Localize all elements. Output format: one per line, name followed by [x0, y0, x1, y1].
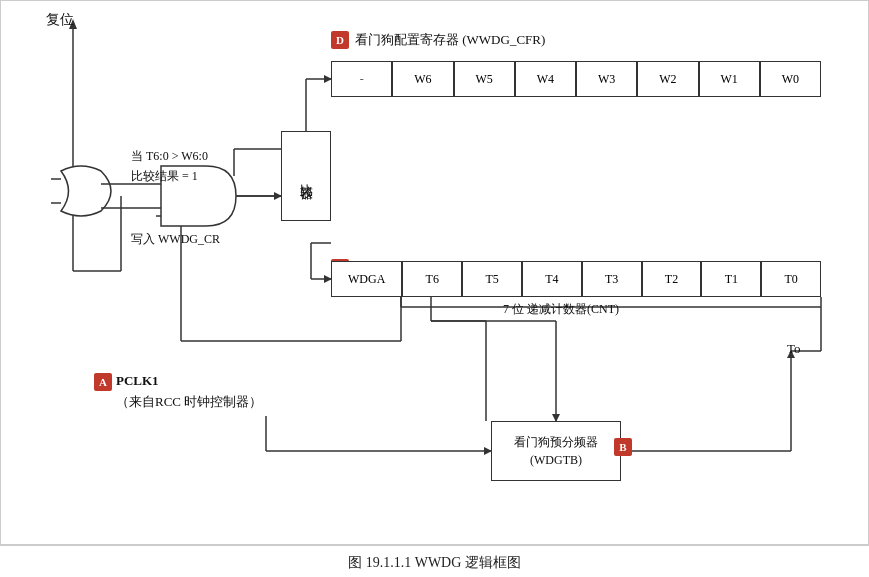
- cfr-cell-2: W5: [454, 61, 515, 97]
- cr-cell-3: T4: [522, 261, 582, 297]
- cr-cell-5: T2: [642, 261, 702, 297]
- cr-register: WDGAT6T5T4T3T2T1T0: [331, 261, 821, 297]
- cfr-cell-4: W3: [576, 61, 637, 97]
- cfr-cell-5: W2: [637, 61, 698, 97]
- cr-cell-4: T3: [582, 261, 642, 297]
- diagram-container: 复位 当 T6:0 > W6:0 比较结果 = 1 写入 WWDG_CR 比较器…: [0, 0, 869, 545]
- reset-label: 复位: [46, 11, 74, 29]
- diagram-caption: 图 19.1.1.1 WWDG 逻辑框图: [0, 545, 869, 576]
- cfr-title: 看门狗配置寄存器 (WWDG_CFR): [355, 31, 545, 49]
- cr-cell-0: WDGA: [331, 261, 402, 297]
- label-b-badge: B: [614, 438, 632, 456]
- cfr-cell-0: -: [331, 61, 392, 97]
- label-d-badge: D: [331, 31, 349, 49]
- wdgtb-box: 看门狗预分频器 (WDGTB): [491, 421, 621, 481]
- compare-text: 当 T6:0 > W6:0 比较结果 = 1: [131, 146, 208, 187]
- cr-cell-1: T6: [402, 261, 462, 297]
- cfr-cell-3: W4: [515, 61, 576, 97]
- cr-cell-2: T5: [462, 261, 522, 297]
- label-a-badge: A: [94, 373, 112, 391]
- cfr-cell-1: W6: [392, 61, 453, 97]
- cfr-cell-7: W0: [760, 61, 821, 97]
- write-text: 写入 WWDG_CR: [131, 231, 220, 248]
- cnt-label: 7 位 递减计数器(CNT): [401, 301, 721, 318]
- to-label: To: [787, 341, 801, 357]
- cr-cell-7: T0: [761, 261, 821, 297]
- pclk-label: PCLK1 （来自RCC 时钟控制器）: [116, 371, 262, 413]
- cfr-cell-6: W1: [699, 61, 760, 97]
- cr-cell-6: T1: [701, 261, 761, 297]
- comparator-box: 比较器: [281, 131, 331, 221]
- cfr-register: -W6W5W4W3W2W1W0: [331, 61, 821, 97]
